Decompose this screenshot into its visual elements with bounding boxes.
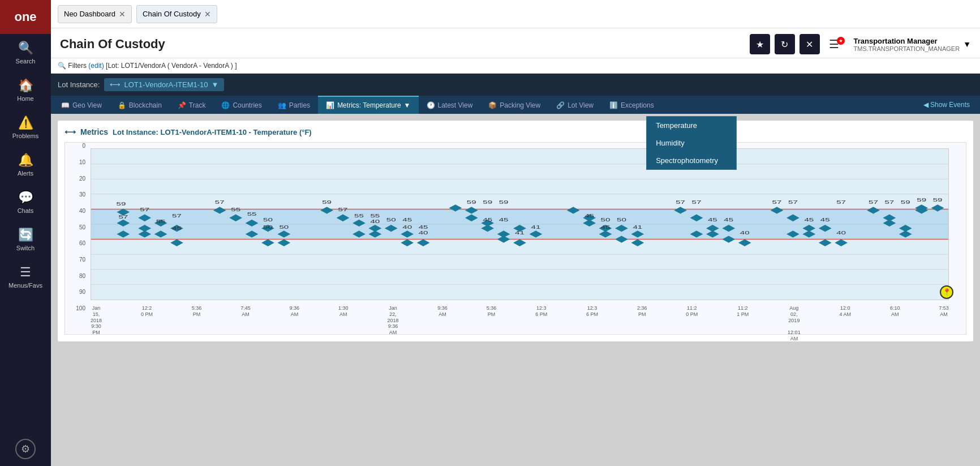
tab-label: Track [189, 101, 206, 109]
svg-text:45: 45 [402, 217, 412, 222]
menus-icon: ☰ [20, 265, 31, 280]
svg-text:50: 50 [386, 217, 396, 222]
lot-label: Lot Instance: [58, 80, 100, 89]
sidebar-item-search[interactable]: 🔍 Search [0, 34, 51, 71]
tab-label: Chain Of Custody [143, 10, 201, 18]
metrics-title: Metrics [80, 127, 108, 136]
star-button[interactable]: ★ [750, 34, 770, 54]
tab-chain-of-custody[interactable]: Chain Of Custody ✕ [136, 5, 217, 23]
tab-geo-view[interactable]: 📖 Geo View [53, 96, 110, 114]
metrics-section: ⟷ Metrics Lot Instance: LOT1-VendorA-ITE… [58, 121, 973, 341]
main-content: Neo Dashboard ✕ Chain Of Custody ✕ Chain… [51, 0, 980, 466]
sidebar-item-label: Chats [18, 207, 34, 214]
sidebar-item-home[interactable]: 🏠 Home [0, 71, 51, 109]
svg-text:41: 41 [515, 230, 525, 236]
svg-text:50: 50 [279, 225, 289, 230]
chevron-down-icon: ▼ [212, 80, 219, 89]
metrics-icon: ⟷ [65, 127, 76, 136]
link-icon: 🔗 [556, 101, 565, 109]
dropdown-item-humidity[interactable]: Humidity [647, 134, 736, 152]
sidebar-item-chats[interactable]: 💬 Chats [0, 183, 51, 221]
box-icon: 📦 [488, 101, 497, 109]
close-button[interactable]: ✕ [800, 34, 820, 54]
svg-text:57: 57 [338, 207, 348, 212]
show-events-button[interactable]: ◀ Show Events [915, 96, 978, 113]
svg-text:55: 55 [247, 211, 257, 216]
switch-icon: 🔄 [18, 228, 33, 242]
svg-text:40: 40 [836, 230, 846, 236]
tab-exceptions[interactable]: ℹ️ Exceptions [601, 96, 662, 114]
chats-icon: 💬 [18, 190, 33, 205]
tab-track[interactable]: 📌 Track [170, 96, 214, 114]
chevron-left-icon: ◀ [923, 101, 929, 109]
tab-label: Packing View [500, 101, 540, 109]
dropdown-item-temperature[interactable]: Temperature [647, 117, 736, 134]
chart-svg: 59 57 57 57 55 50 45 40 40 40 59 59 59 5… [91, 149, 948, 300]
header-actions: ★ ↻ ✕ ☰ ★ Transportation Manager TMS.TRA… [750, 34, 971, 54]
tab-label: Exceptions [621, 101, 654, 109]
chevron-down-icon[interactable]: ▼ [963, 40, 971, 49]
x-axis-labels: Jan15,20189:30PM 12:20 PM 5:36PM 7:45AM … [91, 303, 949, 334]
content-area: ⟷ Metrics Lot Instance: LOT1-VendorA-ITE… [51, 114, 980, 466]
lot-bar: Lot Instance: ⟷ LOT1-VendorA-ITEM1-10 ▼ [51, 74, 980, 96]
nav-tabs: 📖 Geo View 🔒 Blockchain 📌 Track 🌐 Countr… [51, 96, 980, 114]
tab-packing-view[interactable]: 📦 Packing View [480, 96, 548, 114]
lot-instance-dropdown[interactable]: ⟷ LOT1-VendorA-ITEM1-10 ▼ [104, 78, 224, 91]
book-icon: 📖 [61, 101, 70, 109]
home-icon: 🏠 [18, 78, 33, 93]
user-avatar-bottom[interactable]: ⚙ [15, 439, 36, 459]
sidebar-item-label: Search [16, 58, 36, 65]
user-info: Transportation Manager TMS.TRANSPORTATIO… [854, 37, 960, 52]
tab-label: Neo Dashboard [64, 10, 115, 18]
svg-text:45: 45 [724, 217, 733, 222]
lot-icon: ⟷ [110, 80, 121, 89]
search-icon: 🔍 [18, 41, 33, 55]
svg-text:50: 50 [263, 217, 273, 222]
refresh-icon: ↻ [781, 39, 788, 50]
tab-latest-view[interactable]: 🕐 Latest View [419, 96, 481, 114]
chart-plot: 59 57 57 57 55 50 45 40 40 40 59 59 59 5… [91, 148, 949, 300]
tab-neo-dashboard[interactable]: Neo Dashboard ✕ [58, 5, 132, 23]
svg-text:59: 59 [933, 198, 943, 203]
user-id: TMS.TRANSPORTATION_MANAGER [854, 45, 960, 52]
close-icon[interactable]: ✕ [119, 10, 126, 19]
close-icon: ✕ [806, 39, 813, 50]
lock-icon: 🔒 [118, 101, 126, 109]
tab-label: Metrics: Temperature [337, 101, 401, 109]
svg-text:45: 45 [419, 225, 428, 230]
sidebar-item-label: Home [17, 95, 33, 102]
filter-icon: 🔍 [58, 62, 66, 70]
close-icon[interactable]: ✕ [204, 10, 211, 19]
svg-text:45: 45 [804, 217, 814, 222]
svg-text:59: 59 [499, 200, 509, 205]
svg-text:59: 59 [901, 200, 910, 205]
sidebar-item-menus[interactable]: ☰ Menus/Favs [0, 258, 51, 296]
sidebar-item-label: Menus/Favs [8, 282, 42, 289]
svg-text:57: 57 [869, 200, 878, 205]
svg-text:45: 45 [584, 213, 594, 218]
dropdown-item-spectrophotometry[interactable]: Spectrophotometry [647, 152, 736, 169]
sidebar-item-switch[interactable]: 🔄 Switch [0, 221, 51, 258]
tab-metrics-temperature[interactable]: 📊 Metrics: Temperature ▼ Temperature Hum… [318, 96, 418, 114]
filter-edit-link[interactable]: (edit) [88, 62, 104, 70]
svg-text:57: 57 [772, 200, 782, 205]
tab-blockchain[interactable]: 🔒 Blockchain [110, 96, 170, 114]
svg-text:45: 45 [820, 217, 830, 222]
hamburger-icon[interactable]: ☰ ★ [829, 37, 849, 51]
tab-label: Latest View [438, 101, 473, 109]
people-icon: 👥 [278, 101, 286, 109]
sidebar-item-alerts[interactable]: 🔔 Alerts [0, 146, 51, 183]
sidebar-item-problems[interactable]: ⚠️ Problems [0, 109, 51, 146]
star-icon: ★ [756, 39, 764, 50]
metrics-dropdown: Temperature Humidity Spectrophotometry [646, 116, 737, 170]
svg-text:55: 55 [354, 213, 364, 218]
tab-parties[interactable]: 👥 Parties [270, 96, 318, 114]
svg-text:57: 57 [884, 200, 894, 205]
refresh-button[interactable]: ↻ [775, 34, 795, 54]
info-icon: ℹ️ [609, 101, 618, 109]
tab-label: Lot View [568, 101, 594, 109]
tab-label: Blockchain [129, 101, 162, 109]
filter-bar: 🔍 Filters (edit) [Lot: LOT1/VendorA ( Ve… [51, 58, 980, 74]
tab-countries[interactable]: 🌐 Countries [213, 96, 269, 114]
tab-lot-view[interactable]: 🔗 Lot View [548, 96, 601, 114]
